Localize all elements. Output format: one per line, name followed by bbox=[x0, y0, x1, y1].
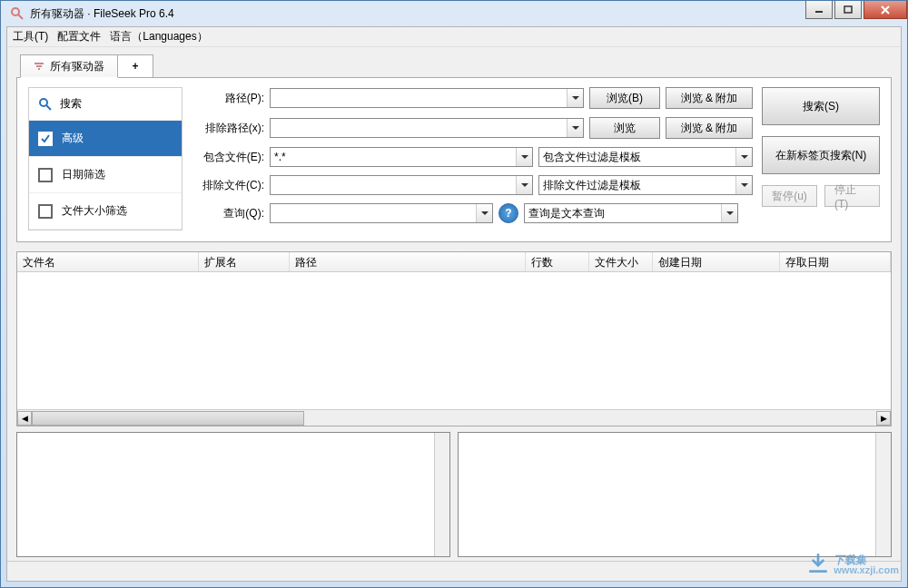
chevron-down-icon[interactable] bbox=[516, 176, 532, 194]
new-tab-search-button[interactable]: 在新标签页搜索(N) bbox=[762, 136, 880, 174]
chevron-down-icon[interactable] bbox=[721, 204, 737, 222]
col-lines[interactable]: 行数 bbox=[526, 252, 589, 271]
checkbox-icon bbox=[38, 204, 53, 219]
svg-point-0 bbox=[12, 8, 19, 15]
sidebar-item-advanced[interactable]: 高级 bbox=[29, 121, 182, 157]
menu-tools[interactable]: 工具(T) bbox=[13, 29, 48, 44]
sidebar-item-size-filter[interactable]: 文件大小筛选 bbox=[29, 193, 182, 230]
action-buttons: 搜索(S) 在新标签页搜索(N) 暂停(u) 停止(T) bbox=[762, 87, 880, 230]
results-body[interactable] bbox=[17, 272, 891, 409]
col-accessed[interactable]: 存取日期 bbox=[780, 252, 891, 271]
results-hscroll[interactable]: ◀ ▶ bbox=[17, 409, 891, 426]
minimize-button[interactable] bbox=[805, 1, 833, 19]
chevron-down-icon[interactable] bbox=[567, 119, 583, 137]
results-header: 文件名 扩展名 路径 行数 文件大小 创建日期 存取日期 bbox=[17, 252, 891, 272]
preview-pane-left bbox=[16, 432, 450, 557]
scroll-track[interactable] bbox=[32, 411, 876, 426]
content: 所有驱动器 + 搜索 高级 日期筛选 bbox=[7, 47, 901, 561]
browse-path-button[interactable]: 浏览(B) bbox=[589, 87, 660, 109]
checkbox-checked-icon bbox=[38, 132, 53, 146]
include-filter-select[interactable]: 包含文件过滤是模板 bbox=[538, 147, 753, 167]
plus-icon: + bbox=[132, 60, 138, 73]
maximize-button[interactable] bbox=[834, 1, 862, 19]
svg-line-10 bbox=[46, 105, 51, 110]
include-files-label: 包含文件(E): bbox=[192, 150, 264, 165]
scroll-thumb[interactable] bbox=[32, 411, 304, 426]
exclude-files-label: 排除文件(C): bbox=[192, 178, 264, 193]
chevron-down-icon[interactable] bbox=[567, 89, 583, 107]
query-label: 查询(Q): bbox=[192, 206, 264, 221]
bottom-panes bbox=[16, 432, 892, 557]
preview-pane-right bbox=[458, 432, 892, 557]
search-button[interactable]: 搜索(S) bbox=[762, 87, 880, 125]
svg-line-1 bbox=[18, 15, 23, 19]
menu-profiles[interactable]: 配置文件 bbox=[57, 29, 101, 44]
chevron-down-icon[interactable] bbox=[476, 204, 492, 222]
col-created[interactable]: 创建日期 bbox=[653, 252, 780, 271]
query-mode-select[interactable]: 查询是文本查询 bbox=[524, 203, 738, 223]
path-label: 路径(P): bbox=[192, 91, 264, 106]
sidebar-item-label: 日期筛选 bbox=[62, 167, 105, 182]
chevron-down-icon[interactable] bbox=[516, 148, 532, 166]
menu-languages[interactable]: 语言（Languages） bbox=[110, 29, 207, 44]
tab-all-drives[interactable]: 所有驱动器 bbox=[20, 54, 118, 78]
col-size[interactable]: 文件大小 bbox=[589, 252, 653, 271]
include-files-input[interactable]: *.* bbox=[270, 147, 533, 167]
exclude-filter-select[interactable]: 排除文件过滤是模板 bbox=[538, 175, 753, 195]
chevron-down-icon[interactable] bbox=[735, 176, 752, 194]
col-path[interactable]: 路径 bbox=[290, 252, 526, 271]
svg-point-9 bbox=[40, 99, 47, 106]
status-bar bbox=[7, 561, 901, 581]
stop-button[interactable]: 停止(T) bbox=[824, 185, 880, 207]
results-list: 文件名 扩展名 路径 行数 文件大小 创建日期 存取日期 ◀ ▶ bbox=[16, 251, 892, 426]
exclude-path-label: 排除路径(x): bbox=[192, 121, 264, 136]
chevron-down-icon[interactable] bbox=[735, 148, 752, 166]
sidebar-item-label: 高级 bbox=[62, 131, 84, 146]
close-button[interactable] bbox=[864, 1, 907, 19]
option-sidebar: 搜索 高级 日期筛选 文件大小筛选 bbox=[28, 87, 183, 230]
search-panel: 搜索 高级 日期筛选 文件大小筛选 bbox=[16, 77, 892, 242]
browse-exclude-button[interactable]: 浏览 bbox=[589, 117, 660, 139]
title-bar[interactable]: 所有驱动器 · FileSeek Pro 6.4 bbox=[1, 1, 907, 26]
query-help-button[interactable]: ? bbox=[498, 203, 518, 223]
sidebar-title: 搜索 bbox=[60, 96, 82, 112]
scroll-left-icon[interactable]: ◀ bbox=[17, 411, 32, 426]
form-area: 路径(P): 浏览(B) 浏览 & 附加 排除路径(x): 浏览 浏览 & 附加 bbox=[192, 87, 880, 230]
sidebar-header: 搜索 bbox=[29, 88, 182, 121]
svg-rect-3 bbox=[844, 6, 852, 13]
app-icon bbox=[10, 6, 25, 21]
exclude-path-input[interactable] bbox=[270, 118, 584, 138]
tab-strip: 所有驱动器 + bbox=[16, 54, 892, 78]
client-area: 工具(T) 配置文件 语言（Languages） 所有驱动器 + 搜索 bbox=[6, 26, 902, 582]
download-icon bbox=[806, 552, 830, 575]
checkbox-icon bbox=[38, 168, 53, 182]
vscroll[interactable] bbox=[875, 433, 891, 556]
col-filename[interactable]: 文件名 bbox=[17, 252, 199, 271]
filter-icon bbox=[34, 61, 44, 72]
search-icon bbox=[38, 97, 53, 112]
query-input[interactable] bbox=[270, 203, 493, 223]
tab-add[interactable]: + bbox=[117, 54, 153, 78]
scroll-right-icon[interactable]: ▶ bbox=[876, 411, 891, 426]
path-input[interactable] bbox=[270, 88, 584, 108]
watermark-url: www.xzji.com bbox=[834, 564, 899, 575]
col-ext[interactable]: 扩展名 bbox=[199, 252, 290, 271]
sidebar-item-label: 文件大小筛选 bbox=[62, 203, 127, 219]
browse-add-path-button[interactable]: 浏览 & 附加 bbox=[666, 87, 753, 109]
preview-left-content[interactable] bbox=[17, 433, 434, 556]
menu-bar: 工具(T) 配置文件 语言（Languages） bbox=[7, 27, 901, 47]
window-title: 所有驱动器 · FileSeek Pro 6.4 bbox=[30, 6, 174, 22]
preview-right-content[interactable] bbox=[459, 433, 875, 556]
sidebar-item-date-filter[interactable]: 日期筛选 bbox=[29, 157, 182, 193]
pause-button[interactable]: 暂停(u) bbox=[762, 185, 817, 207]
window-frame: 所有驱动器 · FileSeek Pro 6.4 工具(T) 配置文件 语言（L… bbox=[0, 0, 908, 588]
tab-label: 所有驱动器 bbox=[50, 59, 104, 74]
browse-add-exclude-button[interactable]: 浏览 & 附加 bbox=[666, 117, 753, 139]
vscroll[interactable] bbox=[434, 433, 449, 556]
exclude-files-input[interactable] bbox=[270, 175, 533, 195]
watermark: 下载集 www.xzji.com bbox=[806, 552, 899, 575]
